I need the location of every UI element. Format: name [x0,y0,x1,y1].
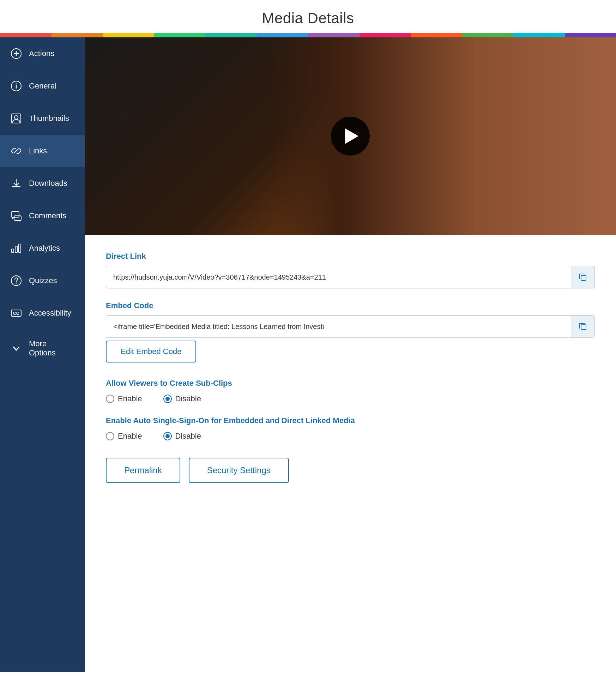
comments-icon [10,209,23,222]
svg-rect-11 [12,249,14,252]
sidebar-item-downloads[interactable]: Downloads [0,167,85,200]
page-title: Media Details [0,10,616,27]
svg-point-14 [11,276,21,286]
play-triangle-icon [345,128,358,144]
sso-enable-radio[interactable] [106,432,114,440]
sso-label: Enable Auto Single-Sign-On for Embedded … [106,416,595,425]
sub-clips-disable-label: Disable [175,394,201,403]
info-circle-icon [10,80,23,92]
sso-enable-option[interactable]: Enable [106,432,142,441]
embed-code-label: Embed Code [106,301,595,310]
sidebar-label-general: General [29,81,56,91]
svg-line-8 [15,150,17,152]
svg-rect-10 [14,216,21,220]
sso-disable-option[interactable]: Disable [163,432,201,441]
security-settings-button[interactable]: Security Settings [189,458,289,483]
sso-disable-radio[interactable] [163,432,172,440]
play-button[interactable] [331,117,370,155]
sidebar: Actions General Thumbnails Links [0,37,85,672]
copy-direct-link-button[interactable] [571,266,595,288]
page-header: Media Details [0,0,616,37]
sso-enable-label: Enable [118,432,142,441]
sidebar-label-downloads: Downloads [29,179,67,188]
sidebar-label-thumbnails: Thumbnails [29,114,69,123]
sidebar-item-analytics[interactable]: Analytics [0,232,85,264]
sso-radio-group: Enable Disable [106,432,595,441]
edit-embed-button[interactable]: Edit Embed Code [106,341,196,362]
sub-clips-enable-label: Enable [118,394,142,403]
svg-text:CC: CC [13,311,19,316]
links-panel: Direct Link Embed Code [85,235,616,672]
svg-rect-19 [581,325,586,330]
direct-link-section: Direct Link [106,252,595,288]
main-layout: Actions General Thumbnails Links [0,37,616,672]
svg-point-15 [16,283,17,284]
sso-disable-label: Disable [175,432,201,441]
embed-code-input[interactable] [106,315,571,338]
sidebar-label-comments: Comments [29,211,66,220]
sso-section: Enable Auto Single-Sign-On for Embedded … [106,416,595,441]
question-circle-icon [10,274,23,287]
copy-icon [578,273,587,282]
embed-code-section: Embed Code Edit Embed Code [106,301,595,366]
sidebar-item-links[interactable]: Links [0,135,85,167]
direct-link-row [106,266,595,288]
content-area: Direct Link Embed Code [85,37,616,672]
embed-code-row [106,315,595,338]
sidebar-item-comments[interactable]: Comments [0,200,85,232]
video-person [271,37,616,235]
sub-clips-disable-radio[interactable] [163,395,172,403]
plus-circle-icon [10,47,23,60]
cc-icon: CC [10,307,23,319]
sidebar-item-thumbnails[interactable]: Thumbnails [0,102,85,135]
copy-embed-icon [578,322,587,331]
user-square-icon [10,112,23,125]
svg-point-5 [16,84,17,85]
sidebar-label-analytics: Analytics [29,244,60,253]
chevron-down-icon [10,342,23,355]
permalink-button[interactable]: Permalink [106,458,180,483]
svg-rect-12 [15,246,17,252]
sidebar-label-more-options: More Options [29,339,75,358]
sub-clips-label: Allow Viewers to Create Sub-Clips [106,379,595,388]
sidebar-item-more-options[interactable]: More Options [0,329,85,367]
link-icon [10,145,23,157]
download-icon [10,177,23,190]
direct-link-input[interactable] [106,266,571,288]
sub-clips-radio-group: Enable Disable [106,394,595,403]
sidebar-item-quizzes[interactable]: Quizzes [0,264,85,297]
sidebar-label-quizzes: Quizzes [29,276,57,285]
svg-rect-18 [581,275,586,280]
direct-link-label: Direct Link [106,252,595,261]
sub-clips-enable-option[interactable]: Enable [106,394,142,403]
sub-clips-enable-radio[interactable] [106,395,114,403]
svg-rect-13 [19,244,21,252]
sub-clips-section: Allow Viewers to Create Sub-Clips Enable… [106,379,595,403]
sub-clips-disable-option[interactable]: Disable [163,394,201,403]
video-player[interactable] [85,37,616,235]
copy-embed-button[interactable] [571,315,595,338]
bottom-buttons: Permalink Security Settings [106,458,595,483]
sidebar-item-actions[interactable]: Actions [0,37,85,70]
sidebar-item-general[interactable]: General [0,70,85,102]
bar-chart-icon [10,242,23,255]
sidebar-label-actions: Actions [29,49,54,58]
rainbow-bar [0,33,616,37]
sidebar-label-accessibility: Accessibility [29,309,71,318]
sidebar-label-links: Links [29,146,47,155]
sidebar-item-accessibility[interactable]: CC Accessibility [0,297,85,329]
svg-rect-9 [11,212,19,217]
svg-point-7 [14,116,18,119]
